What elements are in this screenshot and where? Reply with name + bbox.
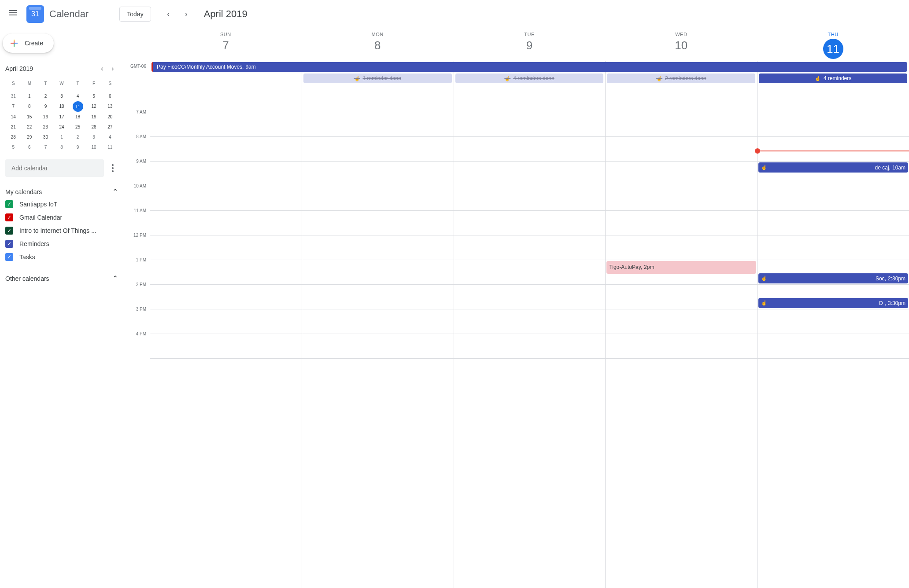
day-column[interactable]: ☝de caj, 10am☝Soc, 2:30pm☝D, 3:30pm xyxy=(757,88,909,588)
calendar-checkbox[interactable]: ✓ xyxy=(5,213,13,221)
app-logo[interactable]: 31 Calendar xyxy=(26,5,89,23)
calendar-checkbox[interactable]: ✓ xyxy=(5,200,13,208)
hour-label: 10 AM xyxy=(123,184,150,208)
next-week-button[interactable]: › xyxy=(177,5,195,23)
mini-calendar-day[interactable]: 10 xyxy=(54,101,70,112)
hour-label: 7 AM xyxy=(123,110,150,134)
mini-calendar-day[interactable]: 5 xyxy=(86,91,102,101)
hamburger-icon xyxy=(9,9,19,19)
mini-prev-month-button[interactable]: ‹ xyxy=(97,63,107,74)
day-column[interactable] xyxy=(454,88,606,588)
mini-calendar-day[interactable]: 3 xyxy=(54,91,70,101)
mini-calendar-day[interactable]: 28 xyxy=(5,132,22,142)
event-title: Soc, xyxy=(876,276,886,282)
day-header[interactable]: TUE9 xyxy=(454,28,606,61)
allday-event[interactable]: Pay FicoCC/Monthly Account Moves, 9am xyxy=(152,62,907,72)
mini-calendar-day[interactable]: 11 xyxy=(73,101,83,112)
event-title: de caj, xyxy=(875,165,891,171)
mini-calendar-day[interactable]: 4 xyxy=(70,91,86,101)
hour-label: 3 PM xyxy=(123,307,150,331)
mini-calendar-day[interactable]: 6 xyxy=(22,142,38,152)
day-header[interactable]: SUN7 xyxy=(150,28,302,61)
mini-calendar-day[interactable]: 2 xyxy=(37,91,54,101)
event[interactable]: ☝de caj, 10am xyxy=(758,162,908,173)
mini-calendar-day[interactable]: 20 xyxy=(102,112,118,122)
mini-calendar-day[interactable]: 19 xyxy=(86,112,102,122)
reminder-chip[interactable]: ☝4 reminders done xyxy=(455,74,604,83)
mini-calendar-day[interactable]: 23 xyxy=(37,122,54,132)
mini-calendar-day[interactable]: 12 xyxy=(86,101,102,112)
mini-calendar-day[interactable]: 22 xyxy=(22,122,38,132)
sidebar: Create April 2019 ‹ › SMTWTFS 3112345678… xyxy=(0,28,123,588)
calendar-item[interactable]: ✓Santiapps IoT xyxy=(5,198,118,211)
mini-calendar-day[interactable]: 5 xyxy=(5,142,22,152)
hour-label: 1 PM xyxy=(123,257,150,282)
mini-calendar-day[interactable]: 18 xyxy=(70,112,86,122)
calendar-logo-icon: 31 xyxy=(26,5,44,23)
mini-calendar-day[interactable]: 8 xyxy=(54,142,70,152)
day-number: 7 xyxy=(150,39,302,52)
day-header[interactable]: WED10 xyxy=(605,28,757,61)
chevron-right-icon: › xyxy=(111,65,114,72)
mini-calendar-day[interactable]: 14 xyxy=(5,112,22,122)
chevron-left-icon: ‹ xyxy=(167,9,170,19)
calendar-item[interactable]: ✓Intro to Internet Of Things ... xyxy=(5,224,118,237)
main-menu-button[interactable] xyxy=(4,4,25,25)
mini-calendar-day[interactable]: 10 xyxy=(86,142,102,152)
mini-dow-label: F xyxy=(86,79,102,88)
mini-calendar-day[interactable]: 9 xyxy=(70,142,86,152)
event[interactable]: ☝D, 3:30pm xyxy=(758,298,908,308)
other-calendars-toggle[interactable]: Other calendars ⌃ xyxy=(5,272,118,284)
mini-calendar-day[interactable]: 4 xyxy=(102,132,118,142)
calendar-item[interactable]: ✓Gmail Calendar xyxy=(5,211,118,224)
day-column[interactable] xyxy=(150,88,302,588)
reminder-chip[interactable]: ☝1 reminder done xyxy=(303,74,452,83)
day-number: 9 xyxy=(454,39,606,52)
my-calendars-toggle[interactable]: My calendars ⌃ xyxy=(5,186,118,198)
mini-calendar-day[interactable]: 17 xyxy=(54,112,70,122)
calendar-item[interactable]: ✓Tasks xyxy=(5,250,118,264)
prev-week-button[interactable]: ‹ xyxy=(160,5,177,23)
calendar-item[interactable]: ✓Reminders xyxy=(5,237,118,250)
day-column[interactable] xyxy=(302,88,454,588)
day-header[interactable]: THU11 xyxy=(757,28,909,61)
add-calendar-input[interactable] xyxy=(5,159,104,177)
mini-calendar-day[interactable]: 7 xyxy=(5,101,22,112)
mini-calendar-day[interactable]: 8 xyxy=(22,101,38,112)
mini-calendar-day[interactable]: 27 xyxy=(102,122,118,132)
mini-calendar-day[interactable]: 30 xyxy=(37,132,54,142)
calendar-checkbox[interactable]: ✓ xyxy=(5,240,13,248)
day-of-week-label: SUN xyxy=(150,32,302,37)
mini-calendar-day[interactable]: 7 xyxy=(37,142,54,152)
mini-calendar-day[interactable]: 2 xyxy=(70,132,86,142)
create-button[interactable]: Create xyxy=(3,33,54,53)
mini-calendar-day[interactable]: 11 xyxy=(102,142,118,152)
calendar-checkbox[interactable]: ✓ xyxy=(5,227,13,235)
reminder-chip[interactable]: ☝2 reminders done xyxy=(607,74,755,83)
mini-calendar-day[interactable]: 15 xyxy=(22,112,38,122)
calendar-checkbox[interactable]: ✓ xyxy=(5,253,13,261)
mini-calendar-day[interactable]: 3 xyxy=(86,132,102,142)
mini-calendar-day[interactable]: 9 xyxy=(37,101,54,112)
calendar-settings-button[interactable] xyxy=(107,164,118,172)
event[interactable]: Tigo-AutoPay, 2pm xyxy=(606,261,756,274)
mini-calendar-day[interactable]: 1 xyxy=(22,91,38,101)
mini-calendar-day[interactable]: 25 xyxy=(70,122,86,132)
day-column[interactable]: Tigo-AutoPay, 2pm xyxy=(605,88,757,588)
day-header[interactable]: MON8 xyxy=(302,28,454,61)
mini-calendar-day[interactable]: 21 xyxy=(5,122,22,132)
reminder-chip[interactable]: ☝4 reminders xyxy=(759,74,907,83)
event[interactable]: ☝Soc, 2:30pm xyxy=(758,273,908,283)
mini-calendar-day[interactable]: 13 xyxy=(102,101,118,112)
mini-calendar-day[interactable]: 16 xyxy=(37,112,54,122)
today-button[interactable]: Today xyxy=(119,7,151,22)
mini-calendar-day[interactable]: 31 xyxy=(5,91,22,101)
mini-calendar-day[interactable]: 29 xyxy=(22,132,38,142)
mini-calendar-day[interactable]: 24 xyxy=(54,122,70,132)
day-number: 11 xyxy=(823,39,843,59)
mini-calendar-day[interactable]: 1 xyxy=(54,132,70,142)
mini-calendar-day[interactable]: 6 xyxy=(102,91,118,101)
time-grid[interactable]: 7 AM8 AM9 AM10 AM11 AM12 PM1 PM2 PM3 PM4… xyxy=(123,88,909,588)
mini-next-month-button[interactable]: › xyxy=(107,63,118,74)
mini-calendar-day[interactable]: 26 xyxy=(86,122,102,132)
